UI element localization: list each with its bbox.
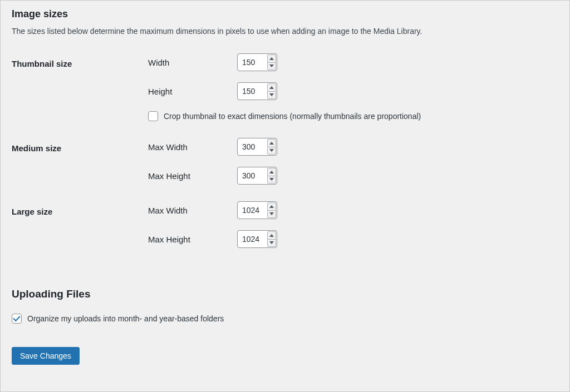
large-height-label: Max Height <box>148 235 237 244</box>
organize-uploads-label[interactable]: Organize my uploads into month- and year… <box>27 314 224 323</box>
step-down-button[interactable] <box>267 147 276 155</box>
thumbnail-width-label: Width <box>148 58 237 67</box>
step-up-button[interactable] <box>267 139 276 147</box>
save-changes-button[interactable]: Save Changes <box>12 347 80 365</box>
medium-width-label: Max Width <box>148 142 237 152</box>
medium-size-heading: Medium size <box>12 138 148 201</box>
step-up-button[interactable] <box>267 83 276 91</box>
thumbnail-height-label: Height <box>148 87 237 96</box>
step-down-button[interactable] <box>267 239 276 247</box>
spinner-icon <box>267 83 276 99</box>
uploading-files-heading: Uploading Files <box>12 288 558 300</box>
spinner-icon <box>267 54 276 70</box>
step-up-button[interactable] <box>267 202 276 210</box>
image-sizes-heading: Image sizes <box>12 8 558 20</box>
large-width-label: Max Width <box>148 206 237 215</box>
spinner-icon <box>267 231 276 247</box>
step-down-button[interactable] <box>267 210 276 219</box>
step-down-button[interactable] <box>267 62 276 71</box>
step-up-button[interactable] <box>267 231 276 239</box>
step-down-button[interactable] <box>267 91 276 100</box>
spinner-icon <box>267 168 276 183</box>
media-settings-panel: Image sizes The sizes listed below deter… <box>0 0 570 392</box>
large-size-heading: Large size <box>12 201 148 265</box>
spinner-icon <box>267 202 276 218</box>
step-up-button[interactable] <box>267 168 276 176</box>
thumbnail-size-heading: Thumbnail size <box>12 53 148 138</box>
image-sizes-table: Thumbnail size Width Height <box>12 53 558 265</box>
medium-height-label: Max Height <box>148 171 237 181</box>
crop-thumbnail-label[interactable]: Crop thumbnail to exact dimensions (norm… <box>164 112 421 121</box>
step-down-button[interactable] <box>267 176 276 184</box>
crop-thumbnail-checkbox[interactable] <box>148 111 158 121</box>
spinner-icon <box>267 139 276 155</box>
organize-uploads-checkbox[interactable] <box>12 314 22 324</box>
image-sizes-description: The sizes listed below determine the max… <box>12 27 558 36</box>
step-up-button[interactable] <box>267 54 276 62</box>
